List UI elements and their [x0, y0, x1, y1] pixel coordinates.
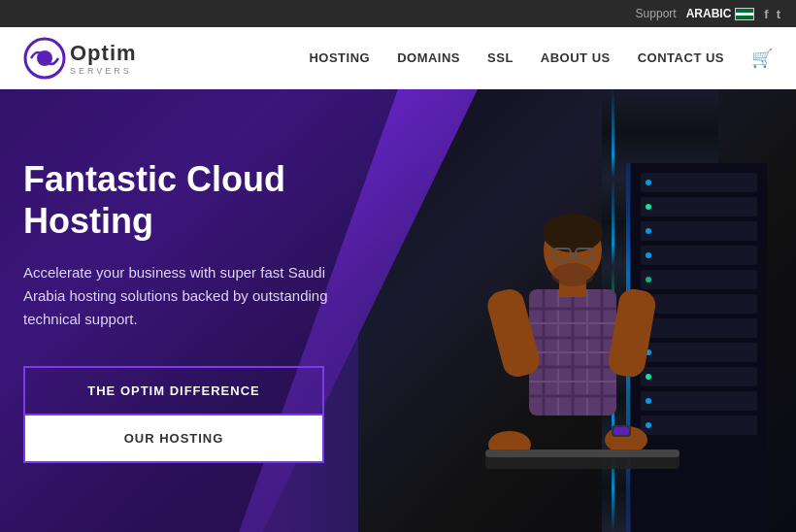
hero-section: Fantastic Cloud Hosting Accelerate your … [0, 89, 796, 532]
svg-rect-4 [641, 197, 757, 216]
svg-point-27 [543, 214, 603, 252]
logo-servers-text: SERVERS [70, 66, 137, 76]
svg-rect-13 [641, 416, 757, 435]
svg-rect-11 [641, 367, 757, 386]
hero-subtitle: Accelerate your business with super fast… [23, 261, 334, 331]
top-bar: Support ARABIC f t [0, 0, 796, 27]
svg-rect-9 [641, 318, 757, 338]
hero-title: Fantastic Cloud Hosting [23, 158, 379, 242]
nav-contact[interactable]: CONTACT US [638, 50, 724, 65]
svg-point-23 [646, 398, 651, 404]
logo-optim-text: Optim [70, 41, 137, 66]
logo-text: Optim SERVERS [70, 41, 137, 76]
nav-hosting[interactable]: HOSTING [309, 50, 370, 65]
svg-rect-6 [641, 246, 757, 265]
svg-point-18 [646, 277, 651, 283]
svg-point-53 [551, 263, 594, 286]
nav-domains[interactable]: DOMAINS [397, 50, 460, 65]
header: Optim SERVERS HOSTING DOMAINS SSL ABOUT … [0, 27, 796, 89]
svg-rect-8 [641, 294, 757, 314]
nav-about[interactable]: ABOUT US [541, 50, 611, 65]
nav-ssl[interactable]: SSL [487, 50, 514, 65]
cart-icon[interactable]: 🛒 [751, 48, 773, 69]
logo-icon [23, 37, 66, 80]
logo[interactable]: Optim SERVERS [23, 37, 137, 80]
svg-rect-10 [641, 343, 757, 362]
language-label: ARABIC [686, 7, 732, 20]
facebook-icon[interactable]: f [764, 7, 768, 21]
svg-point-17 [646, 252, 651, 258]
social-links: f t [764, 7, 780, 21]
svg-rect-3 [641, 173, 757, 192]
hero-buttons: THE OPTIM DIFFERENCE OUR HOSTING [23, 366, 324, 463]
our-hosting-button[interactable]: OUR HOSTING [23, 416, 324, 463]
svg-point-22 [646, 374, 651, 380]
svg-rect-51 [614, 427, 629, 435]
svg-point-15 [646, 204, 651, 210]
svg-point-16 [646, 228, 651, 234]
support-label: Support [636, 7, 677, 20]
svg-rect-5 [641, 221, 757, 241]
optim-difference-button[interactable]: THE OPTIM DIFFERENCE [23, 366, 324, 416]
language-selector[interactable]: ARABIC [686, 7, 755, 20]
svg-rect-12 [641, 391, 757, 411]
twitter-icon[interactable]: t [777, 7, 780, 21]
person-illustration [398, 89, 796, 532]
flag-icon [735, 8, 754, 20]
svg-point-24 [646, 422, 651, 428]
hero-content: Fantastic Cloud Hosting Accelerate your … [0, 89, 408, 532]
main-nav: HOSTING DOMAINS SSL ABOUT US CONTACT US … [309, 48, 773, 69]
svg-rect-7 [641, 270, 757, 289]
svg-rect-49 [485, 449, 680, 457]
svg-point-14 [646, 180, 651, 185]
